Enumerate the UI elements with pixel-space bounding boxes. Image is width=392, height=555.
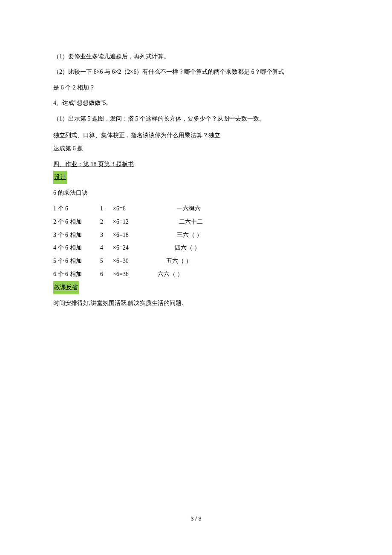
highlighted-text: 设计 bbox=[53, 171, 67, 184]
table-cell: ×6=24. bbox=[113, 242, 156, 255]
design-label: 设计 bbox=[53, 171, 339, 184]
table-cell: 1 bbox=[100, 202, 113, 216]
table-cell: 五六（ ） bbox=[156, 255, 339, 268]
table-cell: 4 bbox=[100, 242, 113, 255]
table-cell: 2 bbox=[100, 216, 113, 229]
reflect-label: 教课反省 bbox=[53, 281, 339, 294]
table-cell: ×6=12 bbox=[113, 216, 156, 229]
table-row: 4 个 6 相加 4 ×6=24. 四六（ ） bbox=[53, 242, 339, 255]
paragraph-line: 独立列式、口算、集体校正，指名谈谈你为什么用乘法算？独立 bbox=[53, 129, 339, 142]
paragraph-line: 是 6 个 2 相加？ bbox=[53, 80, 339, 95]
text: （2）比较一下 6×6 与 6×2（2×6）有什么不一样？哪个算式的两个乘数都是… bbox=[53, 69, 284, 75]
paragraph-line: 时间安排得好,讲堂氛围活跃.解决实质生活的问题. bbox=[53, 297, 339, 310]
underlined-text: 四、作业：第 18 页第 3 题板书 bbox=[53, 161, 134, 167]
table-row: 3 个 6 相加 3 ×6=18 三六（ ） bbox=[53, 229, 339, 242]
table-cell: 3 bbox=[100, 229, 113, 242]
table-cell: ×6=6 bbox=[113, 202, 156, 216]
table-cell: 三六（ ） bbox=[156, 229, 339, 242]
table-cell: 二六十二 bbox=[156, 216, 339, 229]
table-cell: 5 bbox=[100, 255, 113, 268]
table-row: 5 个 6 相加 5 ×6=30 五六（ ） bbox=[53, 255, 339, 268]
table-cell: 2 个 6 相加 bbox=[53, 216, 100, 229]
table-cell: 一六得六 bbox=[156, 202, 339, 216]
table-cell: 六六（ ） bbox=[156, 268, 339, 281]
page-number: 3 / 3 bbox=[0, 513, 392, 525]
table-cell: ×6=30 bbox=[113, 255, 156, 268]
table-row: 6 个 6 相加 6 ×6=36. 六六（ ） bbox=[53, 268, 339, 281]
annotation-mark: . bbox=[129, 274, 130, 279]
table-cell: 1 个 6 bbox=[53, 202, 100, 216]
paragraph-line: （1）要修业生多读几遍题后，再列式计算。 bbox=[53, 49, 339, 64]
table-cell: 6 bbox=[100, 268, 113, 281]
text: ×6=24 bbox=[113, 244, 129, 251]
table-row: 1 个 6 1 ×6=6 一六得六 bbox=[53, 202, 339, 216]
paragraph-line: 4、达成"想想做做"5。 bbox=[53, 95, 339, 111]
table-cell: ×6=36. bbox=[113, 268, 156, 281]
table-cell: 6 个 6 相加 bbox=[53, 268, 100, 281]
section-title: 6 的乘法口诀 bbox=[53, 187, 339, 200]
table-row: 2 个 6 相加 2 ×6=12 二六十二 bbox=[53, 216, 339, 229]
paragraph-line: （2）比较一下 6×6 与 6×2（2×6）有什么不一样？哪个算式的两个乘数都是… bbox=[53, 64, 339, 80]
table-cell: 四六（ ） bbox=[156, 242, 339, 255]
highlighted-text: 教课反省 bbox=[53, 281, 79, 294]
text: ×6=36 bbox=[113, 271, 129, 277]
annotation-mark: . bbox=[129, 248, 130, 252]
paragraph-line: 达成第 6 题 bbox=[53, 142, 339, 155]
paragraph-line: 四、作业：第 18 页第 3 题板书 bbox=[53, 158, 339, 171]
paragraph-line: （1）出示第 5 题图，发问：搭 5 个这样的长方体，要多少个？从图中去数一数。 bbox=[53, 111, 339, 127]
table-cell: ×6=18 bbox=[113, 229, 156, 242]
table-cell: 4 个 6 相加 bbox=[53, 242, 100, 255]
table-cell: 3 个 6 相加 bbox=[53, 229, 100, 242]
table-cell: 5 个 6 相加 bbox=[53, 255, 100, 268]
annotation-mark: . bbox=[285, 72, 286, 76]
